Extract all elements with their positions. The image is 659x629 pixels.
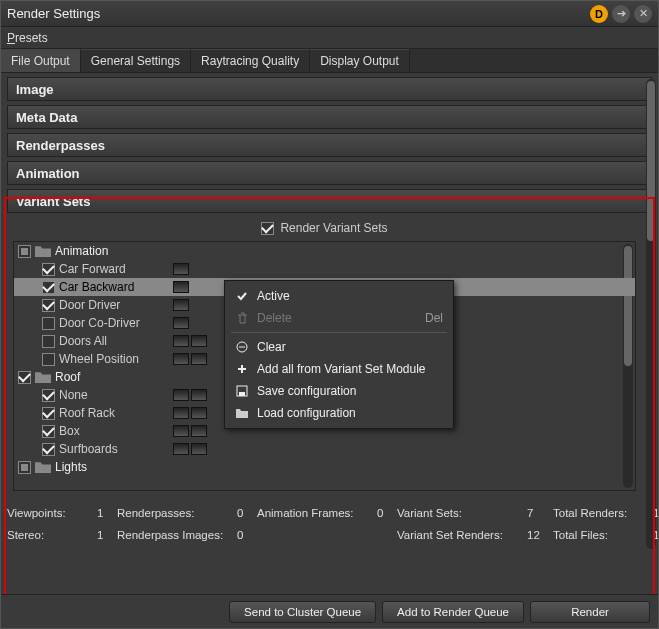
item-checkbox[interactable] (42, 353, 55, 366)
stat-value: 1 (97, 507, 117, 519)
stat-label: Renderpasses: (117, 507, 237, 519)
tab-display-output[interactable]: Display Output (310, 49, 410, 72)
close-button[interactable]: ✕ (634, 5, 652, 23)
stat-value: 0 (377, 507, 397, 519)
variant-tree: Animation Car Forward Car Backward Door … (13, 241, 636, 491)
stat-label: Stereo: (7, 529, 97, 541)
clear-icon (235, 340, 249, 354)
stat-value: 12 (653, 507, 658, 519)
thumbnail (173, 389, 207, 401)
section-renderpasses[interactable]: Renderpasses (7, 133, 652, 157)
thumbnail (173, 353, 207, 365)
trash-icon (235, 311, 249, 325)
thumbnail (173, 335, 207, 347)
stat-label: Renderpass Images: (117, 529, 237, 541)
window-title: Render Settings (7, 6, 590, 21)
help-button[interactable]: ➔ (612, 5, 630, 23)
stat-label: Total Renders: (553, 507, 653, 519)
item-checkbox[interactable] (42, 443, 55, 456)
stat-label: Animation Frames: (257, 507, 377, 519)
stat-value: 12 (653, 529, 658, 541)
folder-icon (35, 371, 51, 383)
section-animation[interactable]: Animation (7, 161, 652, 185)
stat-label: Total Files: (553, 529, 653, 541)
stats-bar: Viewpoints:1 Renderpasses:0 Animation Fr… (7, 504, 652, 544)
render-variant-sets-checkbox[interactable] (261, 222, 274, 235)
thumbnail (173, 263, 189, 275)
context-load[interactable]: Load configuration (225, 402, 453, 424)
context-active[interactable]: Active (225, 285, 453, 307)
folder-icon (35, 461, 51, 473)
variant-sets-panel: Render Variant Sets Animation Car Forwar… (11, 215, 638, 491)
thumbnail (173, 443, 207, 455)
tree-group-animation[interactable]: Animation (14, 242, 635, 260)
thumbnail (173, 407, 207, 419)
folder-icon (35, 245, 51, 257)
stat-label: Variant Sets: (397, 507, 527, 519)
render-settings-window: Render Settings D ➔ ✕ Presets File Outpu… (0, 0, 659, 629)
render-button[interactable]: Render (530, 601, 650, 623)
add-to-queue-button[interactable]: Add to Render Queue (382, 601, 524, 623)
group-checkbox[interactable] (18, 461, 31, 474)
context-clear[interactable]: Clear (225, 336, 453, 358)
tab-bar: File Output General Settings Raytracing … (1, 49, 658, 73)
stat-value: 1 (97, 529, 117, 541)
item-checkbox[interactable] (42, 407, 55, 420)
item-checkbox[interactable] (42, 299, 55, 312)
group-checkbox[interactable] (18, 371, 31, 384)
stat-label: Viewpoints: (7, 507, 97, 519)
context-separator (231, 332, 447, 333)
tree-item[interactable]: Car Forward (14, 260, 635, 278)
thumbnail (173, 317, 189, 329)
thumbnail (173, 299, 189, 311)
stat-value: 0 (237, 507, 257, 519)
plus-icon (235, 362, 249, 376)
save-icon (235, 384, 249, 398)
tree-item[interactable]: Surfboards (14, 440, 635, 458)
tab-raytracing-quality[interactable]: Raytracing Quality (191, 49, 310, 72)
thumbnail (173, 281, 189, 293)
item-checkbox[interactable] (42, 263, 55, 276)
context-menu: Active Delete Del Clear Add all from (224, 280, 454, 429)
thumbnail (173, 425, 207, 437)
context-save[interactable]: Save configuration (225, 380, 453, 402)
check-icon (235, 289, 249, 303)
stat-label: Variant Set Renders: (397, 529, 527, 541)
item-checkbox[interactable] (42, 281, 55, 294)
svg-rect-2 (239, 392, 245, 396)
tab-general-settings[interactable]: General Settings (81, 49, 191, 72)
item-checkbox[interactable] (42, 389, 55, 402)
section-image[interactable]: Image (7, 77, 652, 101)
stat-value: 12 (527, 529, 553, 541)
badge-icon[interactable]: D (590, 5, 608, 23)
tab-file-output[interactable]: File Output (1, 49, 81, 72)
presets-menu[interactable]: Presets (7, 31, 48, 45)
footer: Send to Cluster Queue Add to Render Queu… (1, 594, 658, 628)
context-delete[interactable]: Delete Del (225, 307, 453, 329)
tree-group-lights[interactable]: Lights (14, 458, 635, 476)
render-variant-sets-label: Render Variant Sets (280, 221, 387, 235)
stat-value: 0 (237, 529, 257, 541)
menubar: Presets (1, 27, 658, 49)
folder-icon (235, 406, 249, 420)
section-meta-data[interactable]: Meta Data (7, 105, 652, 129)
render-variant-sets-row: Render Variant Sets (11, 215, 638, 241)
item-checkbox[interactable] (42, 317, 55, 330)
content-area: Image Meta Data Renderpasses Animation V… (1, 73, 658, 594)
context-add-all[interactable]: Add all from Variant Set Module (225, 358, 453, 380)
item-checkbox[interactable] (42, 425, 55, 438)
group-checkbox[interactable] (18, 245, 31, 258)
item-checkbox[interactable] (42, 335, 55, 348)
section-variant-sets[interactable]: Variant Sets (7, 189, 652, 213)
stat-value: 7 (527, 507, 553, 519)
titlebar: Render Settings D ➔ ✕ (1, 1, 658, 27)
main-scrollbar[interactable] (646, 79, 656, 549)
send-to-cluster-button[interactable]: Send to Cluster Queue (229, 601, 376, 623)
